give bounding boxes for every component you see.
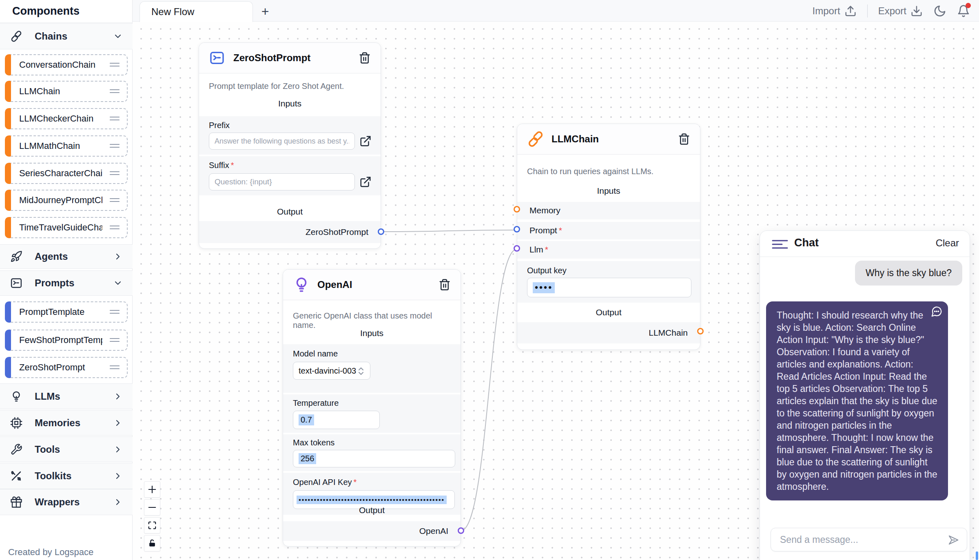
chat-input-placeholder: Send a message... xyxy=(780,534,858,545)
inputs-section-title: Inputs xyxy=(517,186,700,196)
drag-handle-icon[interactable] xyxy=(110,62,120,68)
handle-openai-output[interactable] xyxy=(458,527,464,534)
drag-handle-icon[interactable] xyxy=(110,365,120,370)
zoom-out-button[interactable] xyxy=(144,499,160,516)
sidebar-section-wrappers[interactable]: Wrappers xyxy=(0,489,133,515)
output-key-input[interactable]: •••• xyxy=(527,278,691,297)
component-item-zeroshotprompt[interactable]: ZeroShotPrompt xyxy=(5,357,128,378)
field-label: Temperature xyxy=(293,398,339,408)
node-zeroshotprompt[interactable]: ZeroShotPrompt Prompt template for Zero … xyxy=(199,42,381,249)
item-color-tab xyxy=(5,357,11,378)
external-link-icon[interactable] xyxy=(359,176,372,188)
input-row-memory: Memory xyxy=(517,202,700,219)
created-by-credit: Created by Logspace xyxy=(8,547,93,558)
handle-memory-input[interactable] xyxy=(514,206,520,212)
chip-icon xyxy=(10,417,22,429)
node-header[interactable]: LLMChain xyxy=(517,124,700,155)
scrollbar[interactable] xyxy=(976,551,978,560)
lock-button[interactable] xyxy=(144,535,160,551)
suffix-input[interactable]: Question: {input} xyxy=(209,173,355,190)
terminal-icon xyxy=(209,50,225,66)
component-item-llmcheckerchain[interactable]: LLMCheckerChain xyxy=(5,108,128,129)
handle-prompt-input[interactable] xyxy=(514,226,520,232)
component-item-seriescharacterchain[interactable]: SeriesCharacterChain xyxy=(5,163,128,184)
sidebar-section-chains[interactable]: Chains xyxy=(0,23,133,49)
chevron-right-icon xyxy=(113,418,123,428)
chat-message-input[interactable]: Send a message... xyxy=(771,528,967,551)
tab-label: New Flow xyxy=(151,6,194,18)
chat-thoughts-toggle-icon[interactable] xyxy=(771,239,789,250)
export-label: Export xyxy=(878,5,906,17)
node-llmchain[interactable]: LLMChain Chain to run queries against LL… xyxy=(517,124,700,350)
output-name: LLMChain xyxy=(649,328,688,338)
component-item-timetravelguidechain[interactable]: TimeTravelGuideChain xyxy=(5,217,128,238)
clear-chat-button[interactable]: Clear xyxy=(936,237,959,249)
zoom-in-button[interactable] xyxy=(144,481,160,498)
component-item-llmmathchain[interactable]: LLMMathChain xyxy=(5,135,128,157)
sidebar-section-tools[interactable]: Tools xyxy=(0,436,133,462)
drag-handle-icon[interactable] xyxy=(110,170,120,176)
drag-handle-icon[interactable] xyxy=(110,197,120,203)
chat-panel: Chat Clear Why is the sky blue? Thought:… xyxy=(760,230,970,560)
drag-handle-icon[interactable] xyxy=(110,143,120,149)
node-openai[interactable]: OpenAI Generic OpenAI class that uses mo… xyxy=(283,269,461,547)
item-color-tab xyxy=(5,54,11,75)
component-item-conversationchain[interactable]: ConversationChain xyxy=(5,54,128,75)
node-title: OpenAI xyxy=(317,279,352,290)
tab-new-flow[interactable]: New Flow xyxy=(140,1,253,22)
component-item-llmchain[interactable]: LLMChain xyxy=(5,81,128,102)
drag-handle-icon[interactable] xyxy=(110,337,120,343)
handle-llm-input[interactable] xyxy=(514,245,520,252)
drag-handle-icon[interactable] xyxy=(110,309,120,315)
section-label: Agents xyxy=(35,251,68,262)
components-sidebar: Components Chains ConversationChain LLMC… xyxy=(0,0,133,560)
handle-llmchain-output[interactable] xyxy=(697,328,704,334)
field-row-output-key: Output key •••• xyxy=(517,261,700,303)
sidebar-title: Components xyxy=(12,5,80,18)
drag-handle-icon[interactable] xyxy=(110,89,120,94)
drag-handle-icon[interactable] xyxy=(110,116,120,122)
notifications-button[interactable] xyxy=(957,4,970,18)
import-button[interactable]: Import xyxy=(813,5,857,17)
max-tokens-input[interactable]: 256 xyxy=(293,450,455,467)
send-icon[interactable] xyxy=(947,534,959,546)
external-link-icon[interactable] xyxy=(359,135,372,147)
selected-value: 256 xyxy=(299,453,316,464)
field-label: Prefix xyxy=(209,121,230,130)
sidebar-section-prompts[interactable]: Prompts xyxy=(0,270,133,296)
component-item-fewshotprompttemplate[interactable]: FewShotPromptTempla... xyxy=(5,330,128,351)
add-tab-button[interactable]: + xyxy=(257,3,273,20)
item-color-tab xyxy=(5,301,11,323)
component-item-midjourneypromptchain[interactable]: MidJourneyPromptChain xyxy=(5,190,128,211)
sidebar-section-llms[interactable]: LLMs xyxy=(0,383,133,409)
node-header[interactable]: OpenAI xyxy=(283,270,461,300)
dark-mode-toggle[interactable] xyxy=(933,4,946,18)
temperature-input[interactable]: 0.7 xyxy=(293,411,380,429)
handle-zeroshotprompt-output[interactable] xyxy=(378,228,384,235)
node-title: ZeroShotPrompt xyxy=(233,52,310,64)
delete-node-button[interactable] xyxy=(359,52,371,64)
export-button[interactable]: Export xyxy=(878,5,923,17)
input-label: Llm* xyxy=(529,245,548,255)
fit-view-button[interactable] xyxy=(144,517,160,533)
delete-node-button[interactable] xyxy=(439,279,451,291)
model-name-select[interactable]: text-davinci-003 xyxy=(293,362,370,380)
user-message: Why is the sky blue? xyxy=(855,261,962,286)
divider xyxy=(0,22,133,23)
drag-handle-icon[interactable] xyxy=(110,225,120,230)
sidebar-section-toolkits[interactable]: Toolkits xyxy=(0,463,133,489)
node-description: Generic OpenAI class that uses model nam… xyxy=(293,311,451,330)
upload-icon xyxy=(844,5,857,17)
prefix-input[interactable]: Answer the following questions as best y… xyxy=(209,133,355,150)
delete-node-button[interactable] xyxy=(678,133,690,145)
sidebar-section-memories[interactable]: Memories xyxy=(0,410,133,436)
sidebar-section-agents[interactable]: Agents xyxy=(0,244,133,269)
component-item-prompttemplate[interactable]: PromptTemplate xyxy=(5,301,128,323)
field-label: Suffix* xyxy=(209,161,234,170)
masked-value: ••••••••••••••••••••••••••••••••••••••••… xyxy=(297,496,447,504)
masked-value: •••• xyxy=(533,282,555,293)
field-label: Output key xyxy=(527,266,567,275)
node-header[interactable]: ZeroShotPrompt xyxy=(199,43,381,73)
section-label: LLMs xyxy=(35,391,60,402)
input-row-prompt: Prompt* xyxy=(517,222,700,239)
